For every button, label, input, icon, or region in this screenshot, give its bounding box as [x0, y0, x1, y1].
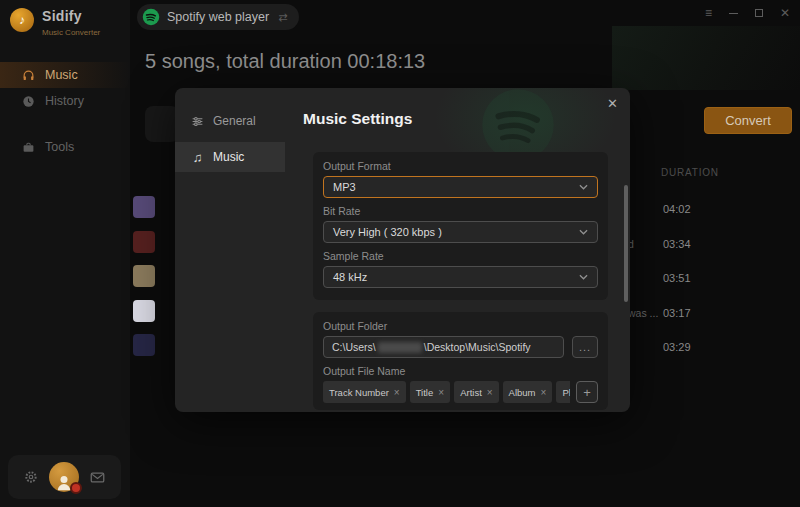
spotify-icon: [142, 8, 160, 26]
toolbox-icon: [22, 141, 35, 154]
song-duration: 04:02: [663, 203, 691, 215]
tag-playlist-index[interactable]: Playlist Index ×: [556, 381, 570, 403]
tag-label: Album: [509, 387, 536, 398]
output-format-value: MP3: [333, 181, 356, 193]
album-art: [133, 231, 155, 253]
headphones-icon: [22, 69, 35, 82]
album-art: [133, 300, 155, 322]
sidebar-item-label: Tools: [45, 140, 74, 154]
settings-dialog: ✕ General ♫ Music Music Settings Output …: [175, 88, 630, 412]
song-title-fragment: was ...: [628, 307, 658, 319]
sidebar-item-label: Music: [45, 68, 78, 82]
tab-label: Music: [213, 150, 244, 164]
dialog-title: Music Settings: [303, 110, 412, 128]
sidebar-item-tools[interactable]: Tools: [0, 134, 130, 160]
bit-rate-value: Very High ( 320 kbps ): [333, 226, 442, 238]
output-folder-input[interactable]: C:\Users\ \Desktop\Music\Spotify: [323, 336, 564, 358]
bit-rate-label: Bit Rate: [323, 205, 598, 217]
sample-rate-value: 48 kHz: [333, 271, 367, 283]
app-logo: ♪ Sidify Music Converter: [10, 8, 100, 37]
gear-icon[interactable]: [24, 470, 38, 484]
sidebar-item-history[interactable]: History: [0, 88, 130, 114]
sidebar-nav: Music History Tools: [0, 62, 130, 160]
menu-icon[interactable]: ≡: [705, 6, 712, 20]
output-format-label: Output Format: [323, 160, 598, 172]
source-tab-spotify-web-player[interactable]: Spotify web player ⇄: [137, 4, 299, 30]
song-duration: 03:29: [663, 341, 691, 353]
switch-source-icon[interactable]: ⇄: [278, 11, 287, 24]
maximize-icon[interactable]: [755, 9, 763, 17]
sample-rate-label: Sample Rate: [323, 250, 598, 262]
tag-label: Track Number: [329, 387, 389, 398]
album-art: [133, 196, 155, 218]
tab-music[interactable]: ♫ Music: [175, 142, 285, 172]
tab-general[interactable]: General: [175, 106, 285, 136]
sidebar-item-music[interactable]: Music: [0, 62, 130, 88]
bit-rate-select[interactable]: Very High ( 320 kbps ): [323, 221, 598, 243]
clock-icon: [22, 95, 35, 108]
tag-label: Artist: [460, 387, 482, 398]
browse-folder-button[interactable]: ...: [572, 336, 598, 358]
chevron-down-icon: [579, 229, 588, 235]
app-window: ♪ Sidify Music Converter Music History T…: [0, 0, 800, 507]
chevron-down-icon: [579, 184, 588, 190]
tab-label: General: [213, 114, 256, 128]
tag-label: Playlist Index: [562, 387, 570, 398]
tag-title[interactable]: Title ×: [410, 381, 450, 403]
audio-settings-panel: Output Format MP3 Bit Rate Very High ( 3…: [313, 152, 608, 300]
hidden-toolbar-button: [145, 106, 179, 142]
add-tag-button[interactable]: +: [576, 381, 598, 403]
sidebar-item-label: History: [45, 94, 84, 108]
path-suffix: \Desktop\Music\Spotify: [424, 341, 531, 353]
sidebar: ♪ Sidify Music Converter Music History T…: [0, 0, 130, 507]
notification-badge: [70, 482, 82, 494]
album-art: [133, 334, 155, 356]
remove-tag-icon[interactable]: ×: [487, 387, 493, 398]
album-art: [133, 265, 155, 287]
modal-scrollbar-thumb[interactable]: [624, 185, 628, 302]
tag-album[interactable]: Album ×: [503, 381, 553, 403]
minimize-icon[interactable]: [729, 13, 738, 14]
song-duration: 03:51: [663, 272, 691, 284]
song-duration: 03:34: [663, 238, 691, 250]
user-avatar[interactable]: [49, 462, 79, 492]
tag-label: Title: [416, 387, 434, 398]
app-name: Sidify: [42, 8, 100, 24]
sliders-icon: [191, 115, 204, 128]
tag-artist[interactable]: Artist ×: [454, 381, 498, 403]
settings-tab-list: General ♫ Music: [175, 88, 285, 412]
mail-icon[interactable]: [90, 470, 105, 485]
source-tab-label: Spotify web player: [167, 10, 269, 24]
app-subtitle: Music Converter: [42, 28, 100, 37]
remove-tag-icon[interactable]: ×: [394, 387, 400, 398]
chevron-down-icon: [579, 274, 588, 280]
file-name-tags: Track Number × Title × Artist × Album ×: [323, 381, 570, 403]
path-prefix: C:\Users\: [332, 341, 376, 353]
remove-tag-icon[interactable]: ×: [541, 387, 547, 398]
close-dialog-icon[interactable]: ✕: [607, 97, 618, 110]
song-duration: 03:17: [663, 307, 691, 319]
remove-tag-icon[interactable]: ×: [438, 387, 444, 398]
sample-rate-select[interactable]: 48 kHz: [323, 266, 598, 288]
playlist-banner-art: [612, 26, 800, 90]
music-note-icon: ♫: [191, 151, 204, 164]
output-settings-panel: Output Folder C:\Users\ \Desktop\Music\S…: [313, 312, 608, 410]
sidify-logo-icon: ♪: [10, 8, 34, 32]
close-window-icon[interactable]: ✕: [780, 6, 790, 20]
convert-button[interactable]: Convert: [704, 107, 792, 134]
window-controls: ≡ ✕: [705, 6, 790, 20]
output-format-select[interactable]: MP3: [323, 176, 598, 198]
logo-glyph: ♪: [19, 13, 25, 27]
playlist-summary: 5 songs, total duration 00:18:13: [145, 50, 425, 73]
redacted-username: [378, 342, 422, 353]
output-file-name-label: Output File Name: [323, 365, 598, 377]
duration-column-header: DURATION: [661, 167, 719, 178]
output-folder-label: Output Folder: [323, 320, 598, 332]
sidebar-footer: [8, 455, 121, 499]
tag-track-number[interactable]: Track Number ×: [323, 381, 406, 403]
